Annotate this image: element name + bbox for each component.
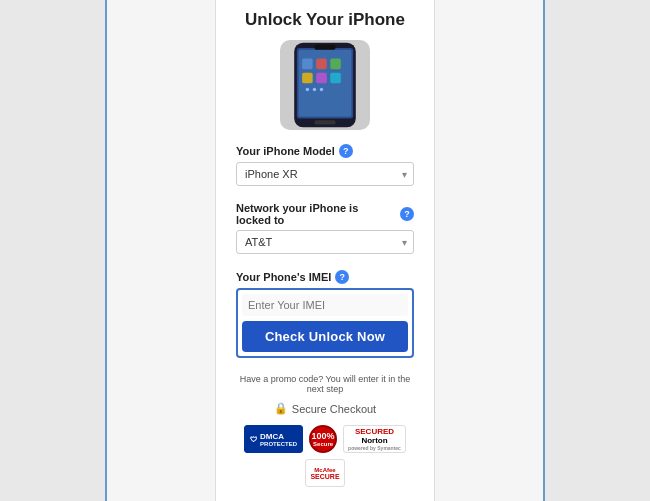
- dmca-badge: 🛡 DMCA PROTECTED: [244, 425, 303, 453]
- model-select-wrapper: iPhone XR iPhone X iPhone XS iPhone 11 i…: [236, 162, 414, 186]
- imei-help-icon[interactable]: ?: [335, 270, 349, 284]
- svg-rect-8: [302, 73, 313, 84]
- secure-checkout: 🔒 Secure Checkout: [274, 402, 376, 415]
- svg-point-13: [320, 88, 324, 92]
- norton-secured-label: SECURED: [355, 427, 394, 436]
- imei-label: Your Phone's IMEI ?: [236, 270, 414, 284]
- network-select[interactable]: AT&T Verizon T-Mobile Sprint: [236, 230, 414, 254]
- check-unlock-button[interactable]: Check Unlock Now: [242, 321, 408, 352]
- svg-rect-9: [316, 73, 327, 84]
- page-title: Unlock Your iPhone: [245, 10, 405, 30]
- hundred-percent-badge: 100% Secure: [309, 425, 337, 453]
- promo-text: Have a promo code? You will enter it in …: [236, 374, 414, 394]
- svg-rect-6: [316, 59, 327, 70]
- dmca-shield-icon: 🛡: [250, 436, 257, 443]
- svg-rect-3: [314, 45, 335, 50]
- network-label: Network your iPhone is locked to ?: [236, 202, 414, 226]
- trust-badges: 🛡 DMCA PROTECTED 100% Secure SECURED Nor…: [236, 425, 414, 487]
- dmca-sub-label: PROTECTED: [260, 441, 297, 447]
- dmca-label: DMCA: [260, 432, 297, 441]
- network-select-wrapper: AT&T Verizon T-Mobile Sprint ▾: [236, 230, 414, 254]
- secure-checkout-label: Secure Checkout: [292, 403, 376, 415]
- svg-rect-10: [330, 73, 341, 84]
- main-card: Unlock Your iPhone: [215, 0, 435, 501]
- imei-field-section: Your Phone's IMEI ? Check Unlock Now: [236, 270, 414, 366]
- norton-badge: SECURED Norton powered by Symantec: [343, 425, 406, 453]
- imei-input[interactable]: [242, 294, 408, 316]
- model-help-icon[interactable]: ?: [339, 144, 353, 158]
- norton-sub-label: powered by Symantec: [348, 445, 401, 451]
- hundred-secure-label: Secure: [313, 441, 333, 447]
- outer-container: Unlock Your iPhone: [105, 0, 545, 501]
- phone-image: [280, 40, 370, 130]
- model-select[interactable]: iPhone XR iPhone X iPhone XS iPhone 11 i…: [236, 162, 414, 186]
- model-field-section: Your iPhone Model ? iPhone XR iPhone X i…: [236, 144, 414, 196]
- lock-icon: 🔒: [274, 402, 288, 415]
- model-label: Your iPhone Model ?: [236, 144, 414, 158]
- svg-rect-5: [302, 59, 313, 70]
- svg-point-12: [313, 88, 317, 92]
- mcafee-badge: McAfee SECURE: [305, 459, 344, 487]
- svg-rect-4: [314, 120, 335, 124]
- network-field-section: Network your iPhone is locked to ? AT&T …: [236, 202, 414, 264]
- mcafee-sub-label: SECURE: [310, 473, 339, 480]
- hundred-pct-label: 100%: [312, 432, 335, 441]
- svg-point-11: [306, 88, 310, 92]
- svg-rect-7: [330, 59, 341, 70]
- network-help-icon[interactable]: ?: [400, 207, 414, 221]
- norton-brand-label: Norton: [361, 436, 387, 445]
- imei-box: Check Unlock Now: [236, 288, 414, 358]
